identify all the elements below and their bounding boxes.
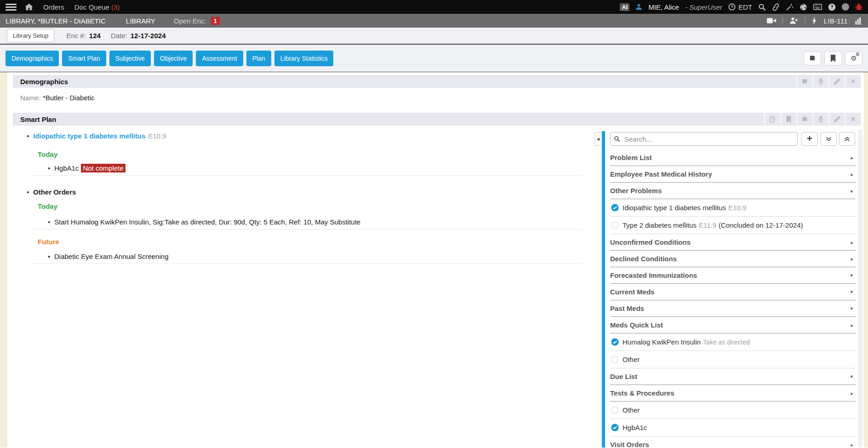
svg-text:?: ? <box>830 4 833 10</box>
collapse-arrow-icon: ▲ <box>850 155 856 160</box>
patient-name[interactable]: LIBRARY, *BUTLER - DIABETIC <box>6 17 106 25</box>
problem-link[interactable]: Idiopathic type 1 diabetes mellitus <box>33 132 145 140</box>
sidebar-accent-strip <box>602 131 605 448</box>
sidebar-item-other-med[interactable]: Other <box>610 351 856 368</box>
tab-subjective[interactable]: Subjective <box>109 51 151 66</box>
book-icon[interactable] <box>796 113 812 126</box>
close-icon[interactable]: × <box>845 75 861 88</box>
order-text: Start Humalog KwikPen Insulin, Sig:Take … <box>54 218 360 226</box>
sidebar-collapse-button[interactable]: ◀ <box>594 132 601 146</box>
chart-name[interactable]: LIBRARY <box>126 17 155 25</box>
collapse-arrow-icon: ▲ <box>850 257 856 261</box>
sidebar-section-other-problems[interactable]: Other Problems▲ <box>610 183 856 199</box>
sidebar-section-due-list[interactable]: Due List▼ <box>610 368 856 385</box>
patient-name-row: Name:*Butler - Diabetic <box>20 94 95 102</box>
microphone-icon[interactable] <box>812 75 828 88</box>
date-label: Date: <box>111 32 127 40</box>
lightning-icon[interactable] <box>812 17 817 25</box>
collapse-arrow-icon: ▲ <box>850 442 856 447</box>
sidebar-section-unconfirmed-conditions[interactable]: Unconfirmed Conditions▲ <box>610 234 856 251</box>
add-user-icon[interactable] <box>789 17 799 24</box>
search-icon[interactable] <box>758 3 766 11</box>
today-label: Today <box>20 150 57 158</box>
tab-demographics[interactable]: Demographics <box>6 51 59 66</box>
divider <box>32 175 582 176</box>
keyboard-icon[interactable] <box>813 4 822 10</box>
unchecked-circle-icon <box>611 356 619 363</box>
user-icon[interactable] <box>635 3 642 11</box>
encounter-bar: Library Setup Enc #: 124 Date: 12-17-202… <box>0 28 868 45</box>
bullet <box>48 218 50 226</box>
sidebar-section-past-meds[interactable]: Past Meds▼ <box>610 300 856 317</box>
sidebar-section-problem-list[interactable]: Problem List▲ <box>610 149 856 166</box>
demographics-section-header: Demographics × <box>13 75 861 88</box>
collapse-arrow-icon: ▼ <box>850 374 856 379</box>
collapse-arrow-icon: ▲ <box>850 323 856 327</box>
tab-assessment[interactable]: Assessment <box>196 51 243 66</box>
ai-badge[interactable]: AI <box>620 3 629 11</box>
doc-queue-link[interactable]: Doc Queue (3) <box>74 3 120 11</box>
gear-icon: ⚙⚙ <box>851 55 857 62</box>
sidebar-section-declined-conditions[interactable]: Declined Conditions▲ <box>610 251 856 267</box>
bug-icon[interactable] <box>855 3 862 11</box>
order-line-insulin: Start Humalog KwikPen Insulin, Sig:Take … <box>20 218 360 226</box>
link-icon[interactable] <box>772 3 780 11</box>
checked-circle-icon <box>611 204 619 212</box>
tab-bar: Demographics Smart Plan Subjective Objec… <box>0 45 868 72</box>
pencil-icon[interactable] <box>828 113 845 126</box>
order-text: HgbA1c <box>54 164 79 172</box>
orders-link[interactable]: Orders <box>43 3 64 11</box>
problem-line: Idiopathic type 1 diabetes mellitusE10.9 <box>20 132 166 140</box>
order-line-eye-exam: Diabetic Eye Exam Annual Screening <box>20 253 168 260</box>
tab-smart-plan[interactable]: Smart Plan <box>62 51 106 66</box>
sidebar-item-other-test[interactable]: Other <box>610 402 856 419</box>
sidebar-item-humalog-insulin[interactable]: Humalog KwikPen InsulinTake as directed <box>610 333 856 351</box>
open-enc-label: Open Enc: <box>174 17 206 25</box>
order-sidebar: ◀ + Problem List▲ Employee Past Medical … <box>594 129 863 448</box>
library-setup-button[interactable]: Library Setup <box>7 29 54 42</box>
sidebar-item-idiopathic-diabetes[interactable]: Idiopathic type 1 diabetes mellitusE10.9 <box>610 199 856 217</box>
clock-icon <box>728 3 736 11</box>
help-icon[interactable]: ? <box>828 3 836 11</box>
open-enc-badge[interactable]: 1 <box>211 17 220 25</box>
video-camera-icon[interactable] <box>767 17 776 24</box>
sidebar-search-input[interactable] <box>610 132 798 146</box>
sidebar-section-forecasted-immunizations[interactable]: Forecasted Immunizations▼ <box>610 267 856 284</box>
sidebar-section-meds-quick-list[interactable]: Meds Quick List▲ <box>610 317 856 333</box>
tab-plan[interactable]: Plan <box>246 51 271 66</box>
collapse-arrow-icon: ▲ <box>850 189 856 193</box>
copy-icon[interactable] <box>764 113 780 126</box>
pencil-icon[interactable] <box>828 75 845 88</box>
close-icon[interactable]: × <box>845 113 861 126</box>
sidebar-section-current-meds[interactable]: Current Meds▼ <box>610 284 856 300</box>
sidebar-item-hgba1c[interactable]: HgbA1c <box>610 419 856 437</box>
content-area: Demographics × Name:*Butler - Diabetic S… <box>0 72 868 448</box>
sidebar-section-visit-orders[interactable]: Visit Orders▲ <box>610 437 856 448</box>
book-icon[interactable] <box>796 75 812 88</box>
bookmark-icon[interactable] <box>780 113 796 126</box>
location-code[interactable]: LIB-111 <box>824 17 848 25</box>
sidebar-scrollbar[interactable] <box>858 129 862 448</box>
collapse-all-button[interactable] <box>839 132 855 146</box>
home-icon[interactable] <box>25 3 33 11</box>
sidebar-section-employee-past-medical-history[interactable]: Employee Past Medical History▲ <box>610 166 856 183</box>
bullet <box>48 253 50 260</box>
user-name[interactable]: MIE, Alice <box>648 3 679 11</box>
bookmark-button[interactable] <box>824 52 842 65</box>
microphone-icon[interactable] <box>812 113 828 126</box>
globe-icon[interactable] <box>799 3 807 11</box>
tab-library-statistics[interactable]: Library Statistics <box>274 51 334 66</box>
book-button[interactable] <box>804 52 821 65</box>
add-order-button[interactable]: + <box>801 132 818 146</box>
checked-circle-icon <box>611 338 619 346</box>
expand-all-button[interactable] <box>821 132 837 146</box>
menu-icon[interactable] <box>6 4 17 11</box>
sidebar-item-type2-diabetes[interactable]: Type 2 diabetes mellitusE11.9(Concluded … <box>610 217 856 234</box>
sidebar-section-tests-procedures[interactable]: Tests & Procedures▲ <box>610 385 856 402</box>
wand-icon[interactable] <box>786 3 794 11</box>
bar-chart-icon[interactable] <box>854 17 862 24</box>
doc-queue-count: (3) <box>111 3 120 11</box>
tab-objective[interactable]: Objective <box>154 51 193 66</box>
settings-gears-button[interactable]: ⚙⚙ <box>845 52 862 65</box>
order-text: Diabetic Eye Exam Annual Screening <box>54 253 168 260</box>
